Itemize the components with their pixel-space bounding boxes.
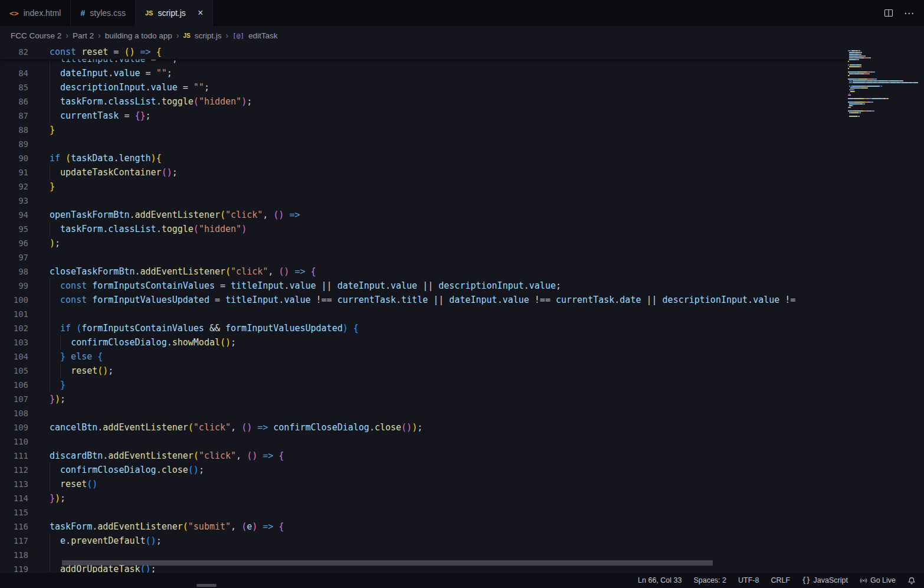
line-number: 106 (0, 378, 28, 392)
breadcrumb-item-folder[interactable]: building a todo app (105, 31, 172, 40)
minimap-line (848, 91, 918, 92)
minimap-line (848, 107, 918, 108)
indent-guide (50, 59, 50, 66)
code-line: 84 dateInput.value = ""; (0, 66, 848, 80)
indent-guide (50, 378, 50, 392)
minimap-line (848, 103, 918, 104)
minimap-line (848, 114, 918, 115)
minimap-line (848, 55, 918, 57)
minimap-line (848, 52, 918, 53)
cursor-position[interactable]: Ln 66, Col 33 (638, 576, 681, 584)
indent-guide (50, 165, 50, 179)
line-number: 104 (0, 349, 28, 364)
minimap-line (848, 94, 918, 96)
horizontal-scrollbar-thumb[interactable] (62, 560, 713, 566)
line-number: 97 (0, 250, 28, 264)
line-number: 118 (0, 548, 28, 562)
code-line: 98closeTaskFormBtn.addEventListener("cli… (0, 264, 848, 279)
tab-script-js[interactable]: JS script.js × (136, 0, 213, 26)
indent-guide (50, 66, 50, 80)
code-line: 94openTaskFormBtn.addEventListener("clic… (0, 208, 848, 222)
line-number: 107 (0, 392, 28, 406)
js-file-icon: JS (145, 9, 153, 17)
minimap-line (848, 64, 918, 66)
status-bar: Ln 66, Col 33 Spaces: 2 UTF-8 CRLF {} Ja… (0, 573, 924, 588)
indent-guide (50, 477, 50, 491)
language-mode[interactable]: {} JavaScript (802, 576, 848, 584)
indent-guide (50, 109, 50, 123)
tab-index-html[interactable]: <> index.html (0, 0, 71, 26)
code-line: 90if (taskData.length){ (0, 151, 848, 165)
minimap-line (848, 57, 918, 58)
more-actions-icon[interactable]: ⋯ (904, 7, 915, 19)
minimap-line (848, 98, 918, 99)
chevron-right-icon: › (176, 31, 179, 40)
code-line: 114}); (0, 491, 848, 505)
code-line: 108 (0, 406, 848, 420)
code-line: 86 taskForm.classList.toggle("hidden"); (0, 94, 848, 109)
indent-guide (60, 335, 61, 349)
breadcrumb-item-folder[interactable]: Part 2 (73, 31, 94, 40)
indentation-setting[interactable]: Spaces: 2 (693, 576, 726, 584)
line-number: 110 (0, 435, 28, 449)
notifications-bell-icon[interactable] (907, 576, 916, 584)
breadcrumb: FCC Course 2 › Part 2 › building a todo … (0, 26, 924, 45)
line-number: 105 (0, 364, 28, 378)
minimap-line (848, 87, 918, 89)
html-file-icon: <> (9, 9, 19, 18)
code-line: 93 (0, 194, 848, 208)
code-line: 117 e.preventDefault(); (0, 534, 848, 548)
line-number: 98 (0, 264, 28, 279)
editor-actions: ⋯ (884, 0, 924, 26)
minimap-line (848, 73, 918, 74)
code-line: 89 (0, 137, 848, 151)
minimap-line (848, 77, 918, 78)
code-line: 115 (0, 505, 848, 520)
tab-bar: <> index.html # styles.css JS script.js … (0, 0, 924, 26)
minimap-line (848, 75, 918, 76)
indent-guide (50, 335, 50, 349)
code-line: 101 (0, 307, 848, 321)
code-line: 112 confirmCloseDialog.close(); (0, 463, 848, 477)
breadcrumb-item-file[interactable]: script.js (195, 31, 222, 40)
tab-label: script.js (158, 8, 185, 18)
encoding-setting[interactable]: UTF-8 (738, 576, 759, 584)
code-line: 95 taskForm.classList.toggle("hidden") (0, 222, 848, 236)
code-line: 110 (0, 435, 848, 449)
minimap-line (848, 82, 918, 83)
split-editor-icon[interactable] (884, 8, 893, 18)
breadcrumb-item-symbol[interactable]: editTask (248, 31, 278, 40)
tab-styles-css[interactable]: # styles.css (71, 0, 135, 26)
minimap-line (848, 86, 918, 87)
symbol-event-icon: [@] (232, 32, 244, 40)
line-number: 102 (0, 321, 28, 335)
code-line: 91 updateTaskContainer(); (0, 165, 848, 179)
js-file-icon: JS (183, 32, 190, 39)
minimap-line (848, 84, 918, 85)
code-line: 116taskForm.addEventListener("submit", (… (0, 520, 848, 534)
minimap-line (848, 66, 918, 67)
tab-label: styles.css (90, 8, 126, 18)
minimap[interactable] (848, 45, 918, 573)
breadcrumb-item-folder[interactable]: FCC Course 2 (11, 31, 61, 40)
close-tab-icon[interactable]: × (198, 8, 203, 18)
chevron-right-icon: › (225, 31, 228, 40)
code-line: 109cancelBtn.addEventListener("click", (… (0, 420, 848, 435)
indent-guide (50, 321, 50, 335)
code-line: 113 reset() (0, 477, 848, 491)
line-number: 113 (0, 477, 28, 491)
go-live-button[interactable]: Go Live (860, 576, 896, 584)
code-line: titleInput.value = ""; (0, 59, 848, 66)
code-line: 111discardBtn.addEventListener("click", … (0, 449, 848, 463)
line-number: 94 (0, 208, 28, 222)
minimap-line (848, 112, 918, 113)
line-number: 117 (0, 534, 28, 548)
indent-guide (50, 562, 50, 573)
minimap-line (848, 100, 918, 101)
line-number: 109 (0, 420, 28, 435)
minimap-line (848, 59, 918, 60)
sticky-scroll-line: 82const reset = () => { (0, 45, 848, 59)
eol-setting[interactable]: CRLF (771, 576, 790, 584)
code-area[interactable]: 82const reset = () => { titleInput.value… (0, 45, 848, 573)
bottom-scrollbar-thumb[interactable] (196, 584, 217, 587)
